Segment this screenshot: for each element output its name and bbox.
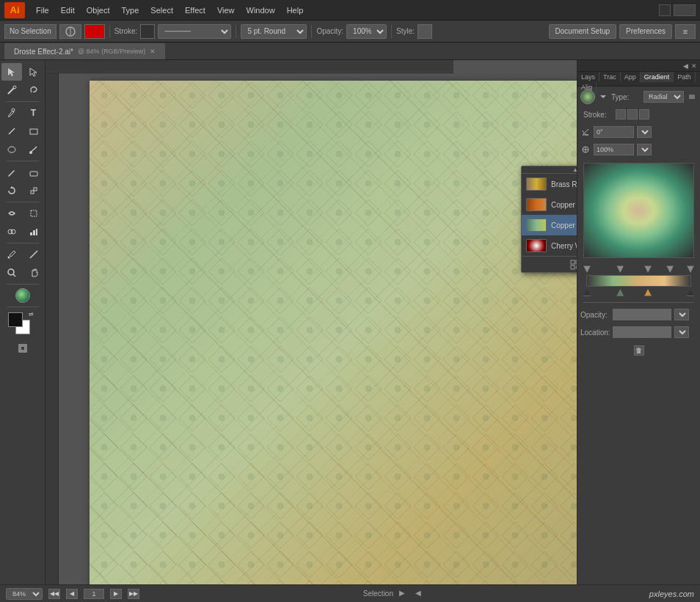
scale-unit-select[interactable]: ▾ [637, 144, 652, 155]
angle-input[interactable] [594, 126, 634, 138]
gradient-item-brass[interactable]: Brass Radial [522, 174, 577, 194]
type-tool[interactable]: T [23, 104, 44, 122]
menu-window[interactable]: Window [241, 4, 280, 16]
gradient-preview[interactable] [583, 163, 694, 258]
gradient-dropdown[interactable]: ▲ Brass Radial Copper Copper Patina Cher… [521, 166, 577, 273]
hand-tool[interactable] [23, 264, 44, 282]
page-input[interactable] [84, 589, 104, 599]
canvas-area[interactable]: ▲ Brass Radial Copper Copper Patina Cher… [45, 60, 577, 584]
stroke-width-select[interactable]: ───── [158, 24, 231, 39]
nav-prev-btn[interactable]: ◀ [66, 589, 78, 599]
panel-collapse-btn[interactable]: ◀ [683, 62, 688, 70]
warp-tool[interactable] [1, 205, 22, 222]
direct-selection-tool[interactable] [23, 63, 44, 81]
gradient-item-cherry[interactable]: Cherry Wood Vignette [522, 235, 577, 256]
nav-last-btn[interactable]: ▶▶ [128, 589, 139, 599]
stroke-color[interactable] [140, 24, 155, 39]
color-swatch-btn[interactable] [84, 24, 105, 39]
color-stop-2[interactable] [616, 289, 624, 296]
stroke-none-btn[interactable] [616, 109, 626, 120]
gradient-circle-preview[interactable] [580, 89, 595, 104]
nav-next-btn[interactable]: ▶ [110, 589, 122, 599]
brush-select[interactable]: 5 pt. Round [241, 24, 307, 39]
color-mode-btn[interactable] [59, 24, 81, 39]
color-stop-1[interactable] [583, 289, 591, 296]
gradient-item-copper[interactable]: Copper [522, 194, 577, 215]
eyedropper-tool[interactable] [1, 246, 22, 263]
panel-close-btn[interactable]: ✕ [691, 62, 697, 70]
tab-close-btn[interactable]: ✕ [150, 48, 156, 55]
location-select[interactable]: ▾ [674, 326, 689, 338]
location-input[interactable] [613, 326, 671, 338]
gradient-tool[interactable] [12, 287, 33, 304]
brush-tool[interactable] [23, 141, 44, 158]
change-screen-mode-btn[interactable] [12, 339, 33, 357]
line-tool[interactable] [1, 122, 22, 140]
dropdown-add-btn[interactable] [522, 256, 577, 272]
document-tab[interactable]: Droste Effect-2.ai* @ 84% (RGB/Preview) … [4, 43, 165, 59]
gradient-item-copper-patina[interactable]: Copper Patina [522, 215, 577, 235]
canvas[interactable] [90, 81, 577, 584]
scale-input[interactable] [594, 144, 634, 155]
stop-handle-4[interactable] [666, 265, 674, 273]
menu-help[interactable]: Help [282, 4, 309, 16]
free-transform-tool[interactable] [23, 205, 44, 222]
menu-select[interactable]: Select [145, 4, 178, 16]
stroke-dashed-btn[interactable] [639, 109, 649, 120]
extra-tool-btn[interactable]: ≡ [675, 24, 696, 39]
ellipse-tool[interactable] [1, 141, 22, 158]
menu-edit[interactable]: Edit [56, 4, 80, 16]
selection-tool[interactable] [1, 63, 22, 81]
gradient-stops-bar[interactable] [586, 275, 691, 287]
menu-object[interactable]: Object [81, 4, 115, 16]
delete-stop-btn[interactable]: 🗑 [634, 345, 644, 356]
magic-wand-tool[interactable] [1, 81, 22, 99]
style-swatch[interactable] [418, 24, 432, 39]
measure-tool[interactable] [23, 246, 44, 263]
pencil-tool[interactable] [1, 164, 22, 181]
color-stop-3[interactable] [644, 289, 652, 296]
gradient-options-btn[interactable] [598, 92, 608, 102]
rotate-tool[interactable] [1, 182, 22, 199]
gradient-type-select[interactable]: Radial [644, 91, 684, 103]
menu-effect[interactable]: Effect [180, 4, 211, 16]
color-stop-4[interactable] [687, 289, 694, 296]
tab-trace[interactable]: Trac [599, 72, 621, 82]
document-setup-btn[interactable]: Document Setup [549, 24, 617, 39]
menu-file[interactable]: File [31, 4, 54, 16]
extra-btn[interactable] [674, 4, 696, 16]
lasso-tool[interactable] [23, 81, 44, 99]
preferences-btn[interactable]: Preferences [619, 24, 672, 39]
status-back-btn[interactable]: ◀ [415, 589, 426, 599]
opacity-select[interactable]: 100% [346, 24, 387, 39]
fg-color-swatch[interactable] [8, 312, 23, 327]
status-arrow-btn[interactable]: ▶ [399, 589, 409, 599]
stop-handle-3[interactable] [644, 265, 652, 273]
tab-gradient[interactable]: Gradient [641, 72, 674, 82]
angle-unit-select[interactable]: ▾ [637, 126, 652, 138]
stroke-solid-btn[interactable] [627, 109, 638, 120]
stop-handle-5[interactable] [687, 265, 694, 273]
graph-tool[interactable] [23, 223, 44, 241]
menu-view[interactable]: View [212, 4, 240, 16]
opacity-panel-select[interactable]: ▾ [674, 309, 689, 320]
opacity-panel-input[interactable] [613, 309, 671, 320]
stop-handle-2[interactable] [616, 265, 624, 273]
panel-menu-btn[interactable] [687, 92, 697, 102]
swap-colors-btn[interactable]: ⇄ [29, 311, 34, 317]
tab-path[interactable]: Path [674, 72, 696, 82]
dropdown-scroll-up[interactable]: ▲ [522, 166, 577, 174]
zoom-tool[interactable] [1, 264, 22, 282]
scale-tool[interactable] [23, 182, 44, 199]
tab-app[interactable]: App [621, 72, 641, 82]
eraser-tool[interactable] [23, 164, 44, 181]
shape-builder-tool[interactable] [1, 223, 22, 241]
tab-layers[interactable]: Lays [577, 72, 599, 82]
rect-tool[interactable] [23, 122, 44, 140]
nav-first-btn[interactable]: ◀◀ [48, 589, 60, 599]
pen-tool[interactable] [1, 104, 22, 122]
zoom-select[interactable]: 84% [6, 588, 43, 600]
menu-type[interactable]: Type [117, 4, 145, 16]
stop-handle-1[interactable] [583, 265, 591, 273]
tab-filename: Droste Effect-2.ai* [14, 48, 73, 56]
